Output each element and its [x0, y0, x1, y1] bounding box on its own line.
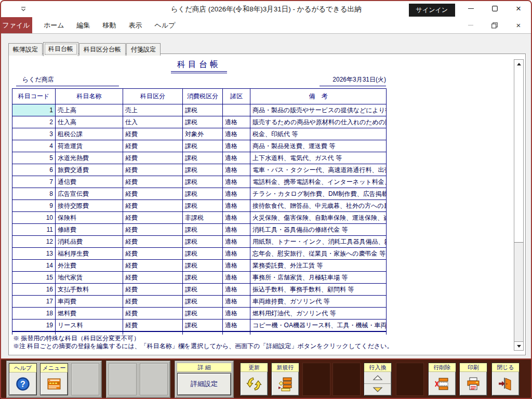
cell-tax[interactable]: 対象外	[183, 128, 223, 140]
cell-name[interactable]: 仕入高	[56, 116, 123, 128]
table-row[interactable]: 19リース料経費課税適格コピー機・OA機器リース料、工具・機械・車両リース	[12, 320, 387, 332]
cell-category[interactable]: 経費	[123, 284, 183, 296]
cell-name[interactable]: リース料	[56, 320, 123, 332]
menu-help[interactable]: ヘルプ	[149, 17, 182, 33]
table-row[interactable]: 16支払手数料経費課税適格振込手数料、事務手数料、顧問料 等	[12, 284, 387, 296]
cell-tax[interactable]: 課税	[183, 236, 223, 248]
cell-name[interactable]: 燃料費	[56, 308, 123, 320]
row-move-down-button[interactable]	[364, 383, 391, 395]
scrollbar-thumb[interactable]	[514, 68, 523, 243]
cell-tax[interactable]: 課税	[183, 200, 223, 212]
cell-invoice[interactable]: 適格	[223, 296, 250, 308]
table-row[interactable]: 14外注費経費課税適格業務委託費、外注工賃 等	[12, 260, 387, 272]
table-row[interactable]: 2仕入高仕入課税適格販売するための商品や原材料の仕入れのための購	[12, 116, 387, 128]
table-row[interactable]: 9接待交際費経費課税適格接待飲食代、贈答品、中元歳暮、社外の方への慶弔	[12, 200, 387, 212]
cell-note[interactable]: 忘年会、慰安旅行、従業員・家族への慶弔金 等	[250, 248, 387, 260]
menu-move[interactable]: 移動	[97, 17, 123, 33]
cell-tax[interactable]: 課税	[183, 176, 223, 188]
cell-category[interactable]: 経費	[123, 296, 183, 308]
cell-category[interactable]: 経費	[123, 236, 183, 248]
cell-note[interactable]: 事務所・店舗家賃、月極駐車場 等	[250, 272, 387, 284]
new-row-button[interactable]: 新規行	[271, 363, 299, 396]
cell-name[interactable]: 広告宣伝費	[56, 188, 123, 200]
cell-note[interactable]: 電車・バス・タクシー代、高速道路通行料、出張宿泊	[250, 164, 387, 176]
print-button[interactable]: 印刷	[459, 363, 487, 396]
table-row[interactable]: 7通信費経費課税適格電話料金、携帯電話料金、インターネット料金、切手	[12, 176, 387, 188]
cell-category[interactable]: 経費	[123, 272, 183, 284]
cell-name[interactable]: 消耗品費	[56, 236, 123, 248]
cell-category[interactable]: 経費	[123, 164, 183, 176]
mdi-close-button[interactable]: ×	[507, 17, 530, 33]
cell-invoice[interactable]: 適格	[223, 128, 250, 140]
cell-category[interactable]: 仕入	[123, 116, 183, 128]
table-row[interactable]: 11修繕費経費課税適格消耗工具・器具備品の修繕代金 等	[12, 224, 387, 236]
cell-tax[interactable]: 課税	[183, 188, 223, 200]
menu-button[interactable]: メニュー	[40, 363, 68, 395]
cell-note[interactable]: 車両維持費、ガソリン代 等	[250, 296, 387, 308]
cell-invoice[interactable]: 適格	[223, 152, 250, 164]
cell-code[interactable]: 9	[12, 200, 56, 212]
cell-invoice[interactable]: 適格	[223, 116, 250, 128]
vertical-scrollbar[interactable]	[514, 59, 524, 351]
help-button[interactable]: ヘルプ ?	[9, 363, 37, 395]
menu-view[interactable]: 表示	[123, 17, 149, 33]
cell-code[interactable]: 5	[12, 152, 56, 164]
table-row[interactable]: 12消耗品費経費課税適格用紙類、トナー・インク、消耗工具器具備品、雑貨類	[12, 236, 387, 248]
cell-name[interactable]: 地代家賃	[56, 272, 123, 284]
table-row[interactable]: 17車両費経費課税適格車両維持費、ガソリン代 等	[12, 296, 387, 308]
cell-tax[interactable]: 課税	[183, 140, 223, 152]
cell-note[interactable]: 税金、印紙代 等	[250, 128, 387, 140]
close-screen-button[interactable]: 閉じる	[491, 363, 520, 396]
cell-category[interactable]: 経費	[123, 248, 183, 260]
table-row[interactable]: 18燃料費経費課税適格燃料用灯油代、ガソリン代 等	[12, 308, 387, 320]
cell-name[interactable]: 修繕費	[56, 224, 123, 236]
tab-account-category-ledger[interactable]: 科目区分台帳	[79, 43, 126, 56]
cell-tax[interactable]: 課税	[183, 296, 223, 308]
cell-category[interactable]: 経費	[123, 128, 183, 140]
cell-category[interactable]: 経費	[123, 224, 183, 236]
cell-tax[interactable]: 課税	[183, 104, 223, 116]
cell-code[interactable]: 18	[12, 308, 56, 320]
cell-category[interactable]: 経費	[123, 200, 183, 212]
cell-note[interactable]: 商品・製品の販売やサービスの提供などにより得た	[250, 104, 387, 116]
cell-category[interactable]: 経費	[123, 152, 183, 164]
table-row[interactable]: 8広告宣伝費経費課税適格チラシ・カタログ制作費、DM制作費、広告掲載費 等	[12, 188, 387, 200]
cell-invoice[interactable]: 適格	[223, 260, 250, 272]
cell-name[interactable]: 保険料	[56, 212, 123, 224]
cell-category[interactable]: 経費	[123, 260, 183, 272]
cell-invoice[interactable]: 適格	[223, 224, 250, 236]
cell-invoice[interactable]: 適格	[223, 308, 250, 320]
cell-invoice[interactable]: 適格	[223, 236, 250, 248]
cell-invoice[interactable]: 適格	[223, 200, 250, 212]
cell-code[interactable]: 7	[12, 176, 56, 188]
cell-note[interactable]: 振込手数料、事務手数料、顧問料 等	[250, 284, 387, 296]
cell-note[interactable]: 火災保険、傷害保険、自動車保険、運送保険、盗難	[250, 212, 387, 224]
menu-home[interactable]: ホーム	[37, 17, 71, 33]
cell-code[interactable]: 4	[12, 140, 56, 152]
table-row[interactable]: 5水道光熱費経費課税適格上下水道料、電気代、ガス代 等	[12, 152, 387, 164]
cell-tax[interactable]: 課税	[183, 152, 223, 164]
cell-code[interactable]: 12	[12, 236, 56, 248]
cell-note[interactable]: 消耗工具・器具備品の修繕代金 等	[250, 224, 387, 236]
tab-sticky-settings[interactable]: 付箋設定	[126, 43, 161, 56]
cell-code[interactable]: 11	[12, 224, 56, 236]
cell-category[interactable]: 売上	[123, 104, 183, 116]
cell-name[interactable]: 車両費	[56, 296, 123, 308]
cell-note[interactable]: 接待飲食代、贈答品、中元歳暮、社外の方への慶弔	[250, 200, 387, 212]
update-button[interactable]: 更新	[240, 363, 268, 396]
cell-code[interactable]: 2	[12, 116, 56, 128]
cell-note[interactable]: 用紙類、トナー・インク、消耗工具器具備品、雑貨類	[250, 236, 387, 248]
cell-note[interactable]: チラシ・カタログ制作費、DM制作費、広告掲載費 等	[250, 188, 387, 200]
cell-invoice[interactable]: 適格	[223, 320, 250, 332]
cell-code[interactable]: 8	[12, 188, 56, 200]
cell-code[interactable]: 6	[12, 164, 56, 176]
table-row[interactable]: 15地代家賃経費課税適格事務所・店舗家賃、月極駐車場 等	[12, 272, 387, 284]
cell-tax[interactable]: 課税	[183, 248, 223, 260]
cell-category[interactable]: 経費	[123, 308, 183, 320]
cell-invoice[interactable]: 適格	[223, 164, 250, 176]
cell-tax[interactable]: 非課税	[183, 212, 223, 224]
cell-tax[interactable]: 課税	[183, 284, 223, 296]
cell-code[interactable]: 3	[12, 128, 56, 140]
cell-category[interactable]: 経費	[123, 140, 183, 152]
cell-name[interactable]: 租税公課	[56, 128, 123, 140]
